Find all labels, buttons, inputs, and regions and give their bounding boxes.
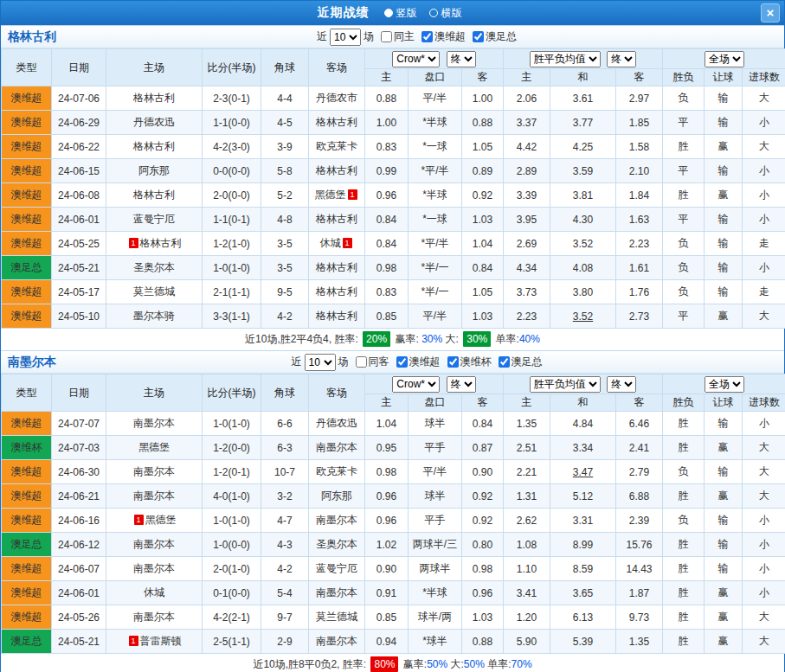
euro-away-odds: 2.79 <box>616 460 663 484</box>
corner-kicks: 4-3 <box>261 533 309 557</box>
odds-type-select[interactable]: 胜平负均值 <box>530 51 601 67</box>
matches-body: 澳维超24-07-06格林古利2-3(0-1)4-4丹德农市0.88平/半1.0… <box>2 86 785 329</box>
home-team: 莫兰德城 <box>106 280 203 304</box>
recent-count-select[interactable]: 10 <box>330 29 361 46</box>
home-team: 圣奥尔本 <box>106 256 203 280</box>
matches-table-home: 类型 日期 主场 比分(半场) 角球 客场 Crow* 终 胜平负均值 终 全场 <box>1 48 785 329</box>
corner-kicks: 5-8 <box>261 159 309 183</box>
league-filter-checkbox[interactable]: 澳维超 <box>396 355 441 369</box>
stats-summary-home: 近10场,胜2平4负4, 胜率: 20% 赢率: 30% 大: 30% 单率:4… <box>1 329 784 350</box>
company-final-select[interactable]: 终 <box>447 376 476 393</box>
league-filter-checkbox[interactable]: 澳足总 <box>499 355 543 369</box>
league-filter-checkbox[interactable]: 澳维杯 <box>447 355 492 369</box>
result-outcome: 平 <box>663 208 705 232</box>
company-select[interactable]: Crow* <box>392 51 440 67</box>
asia-home-odds: 1.00 <box>365 111 409 135</box>
team-name: 格林古利 <box>8 29 56 45</box>
asia-odds-controls: Crow* 终 <box>365 49 504 69</box>
asia-home-odds: 0.91 <box>365 581 409 605</box>
euro-away-odds: 1.87 <box>616 581 663 605</box>
column-header: 胜负 <box>663 69 705 86</box>
goals-outcome: 小 <box>743 208 785 232</box>
scope-select[interactable]: 全场 <box>705 376 744 393</box>
euro-home-odds: 4.42 <box>504 135 550 159</box>
section-header-away-team: 南墨尔本 近 10 场 同客 澳维超澳维杯澳足总 <box>1 350 784 374</box>
odds-type-select[interactable]: 胜平负均值 <box>530 376 601 393</box>
recent-results-window: 近期战绩 竖版 横版 × 格林古利 近 10 场 同主 澳维超澳足总 <box>0 0 785 672</box>
match-row: 澳维杯24-07-03黑德堡1-2(0-0)6-3南墨尔本0.95平手0.872… <box>2 436 785 460</box>
handicap-outcome: 赢 <box>705 135 743 159</box>
asia-home-odds: 0.99 <box>365 159 409 183</box>
company-final-select[interactable]: 终 <box>447 51 476 67</box>
stats-summary-away: 近10场,胜8平0负2, 胜率: 80% 赢率:50% 大:50% 单率:70% <box>1 654 784 672</box>
title-bar: 近期战绩 竖版 横版 × <box>1 1 784 25</box>
home-team: 休城 <box>106 581 203 605</box>
euro-away-odds: 2.39 <box>616 509 663 533</box>
same-venue-checkbox[interactable]: 同客 <box>356 355 389 369</box>
asia-away-odds: 0.89 <box>462 159 504 183</box>
result-outcome: 胜 <box>663 533 705 557</box>
column-header: 客场 <box>309 374 365 412</box>
footer-stat: 赢率: <box>400 658 427 670</box>
match-date: 24-06-01 <box>52 581 106 605</box>
euro-away-odds: 1.61 <box>616 256 663 280</box>
match-date: 24-05-26 <box>52 605 106 630</box>
handicap-outcome: 输 <box>705 280 743 304</box>
handicap-outcome: 赢 <box>705 484 743 509</box>
corner-kicks: 3-5 <box>261 232 309 256</box>
match-type: 澳维超 <box>2 208 52 232</box>
match-type: 澳维超 <box>2 135 52 159</box>
matches-body: 澳维超24-07-07南墨尔本1-0(1-0)6-6丹德农迅1.04球半0.84… <box>2 412 785 654</box>
match-row: 澳维超24-06-29丹德农迅1-1(0-0)4-5格林古利1.00*半球0.8… <box>2 111 785 135</box>
match-date: 24-06-15 <box>52 159 106 183</box>
same-venue-checkbox[interactable]: 同主 <box>381 29 415 44</box>
euro-draw-odds: 5.39 <box>550 630 616 654</box>
league-filter-label: 澳足总 <box>512 355 543 369</box>
match-row: 澳维超24-06-08格林古利2-0(0-0)5-2黑德堡10.96*半球0.9… <box>2 183 785 208</box>
recent-label: 近 <box>317 29 327 44</box>
match-score: 2-3(0-1) <box>203 86 261 111</box>
asia-handicap: *半球 <box>409 111 462 135</box>
corner-kicks: 4-8 <box>261 208 309 232</box>
company-select[interactable]: Crow* <box>392 376 440 393</box>
corner-kicks: 2-9 <box>261 630 309 654</box>
euro-home-odds: 4.34 <box>504 256 550 280</box>
match-date: 24-06-07 <box>52 557 106 581</box>
league-filter-checkbox[interactable]: 澳维超 <box>421 29 466 44</box>
asia-handicap: 两球半/三 <box>409 533 462 557</box>
asia-home-odds: 0.98 <box>365 460 409 484</box>
result-outcome: 平 <box>663 304 705 329</box>
goals-outcome: 大 <box>743 436 785 460</box>
away-team: 格林古利 <box>309 304 365 329</box>
odds-final-select[interactable]: 终 <box>607 376 636 393</box>
league-filters: 澳维超澳足总 <box>415 29 517 45</box>
euro-draw-odds: 3.52 <box>550 304 616 329</box>
close-button[interactable]: × <box>761 3 780 22</box>
euro-away-odds: 1.58 <box>616 135 663 159</box>
match-score: 4-2(2-1) <box>203 605 261 630</box>
match-row: 澳维超24-05-10墨尔本骑3-3(1-1)4-2格林古利0.85平/半1.0… <box>2 304 785 329</box>
column-header: 主 <box>504 69 550 86</box>
asia-handicap: *半/一 <box>409 280 462 304</box>
asia-away-odds: 1.03 <box>462 605 504 630</box>
corner-kicks: 5-2 <box>261 183 309 208</box>
home-team: 格林古利 <box>106 86 203 111</box>
asia-handicap: *平/半 <box>409 232 462 256</box>
home-team: 南墨尔本 <box>106 605 203 630</box>
layout-radio-horizontal[interactable]: 横版 <box>429 6 462 21</box>
asia-handicap: 球半 <box>409 484 462 509</box>
league-filter-checkbox[interactable]: 澳足总 <box>473 29 517 44</box>
handicap-outcome: 赢 <box>705 304 743 329</box>
odds-final-select[interactable]: 终 <box>607 51 636 67</box>
recent-count-select[interactable]: 10 <box>305 354 336 371</box>
euro-away-odds: 1.84 <box>616 183 663 208</box>
scope-select[interactable]: 全场 <box>705 51 744 67</box>
layout-radio-vertical[interactable]: 竖版 <box>384 6 417 21</box>
asia-handicap: 平手 <box>409 509 462 533</box>
euro-draw-odds: 5.12 <box>550 484 616 509</box>
match-type: 澳维超 <box>2 183 52 208</box>
goals-outcome: 小 <box>743 509 785 533</box>
matches-table-away: 类型 日期 主场 比分(半场) 角球 客场 Crow* 终 胜平负均值 终 全场 <box>1 374 785 654</box>
match-row: 澳维超24-06-15阿东那0-0(0-0)5-8格林古利0.99*平/半0.8… <box>2 159 785 183</box>
home-team: 南墨尔本 <box>106 412 203 436</box>
